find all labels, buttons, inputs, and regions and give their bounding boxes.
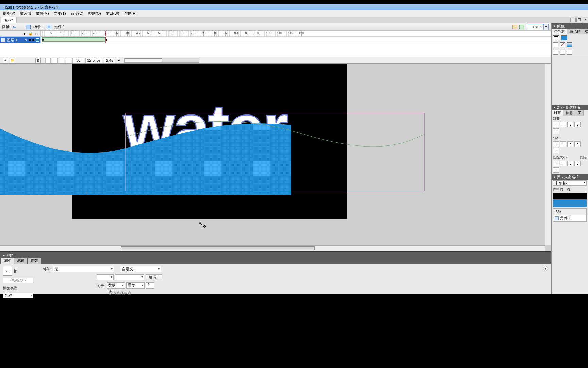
zoom-input[interactable]: 181% [526, 24, 544, 30]
color-tool-3[interactable] [567, 50, 572, 55]
doc-close-button[interactable]: × [583, 18, 588, 22]
symbol-crumb[interactable]: 元件 1 [54, 24, 65, 29]
insert-folder-button[interactable]: 📁 [10, 58, 15, 63]
label-type-select[interactable]: 名称 [3, 293, 33, 298]
menu-window[interactable]: 窗口(W) [106, 11, 119, 16]
layer-outline-swatch[interactable] [36, 38, 39, 42]
library-item[interactable]: 元件 1 [553, 215, 586, 221]
stage-hscrollbar[interactable] [0, 245, 545, 251]
matchsize-label: 匹配大小: [552, 154, 569, 160]
space-h[interactable]: ⫶ [574, 161, 581, 166]
doc-restore-button[interactable]: ❐ [576, 18, 582, 22]
tab-swatches[interactable]: 颜色样 [567, 29, 583, 34]
align-top-button[interactable]: ⫶ [574, 122, 581, 127]
tab-properties[interactable]: 属性 [1, 258, 14, 264]
color-tool-2[interactable] [560, 50, 565, 55]
outline-column-icon[interactable]: □ [34, 31, 39, 36]
back-arrow-icon[interactable]: ⇦ [12, 24, 16, 30]
layer-lock-dot[interactable] [32, 39, 34, 41]
scene-crumb[interactable]: 场景 1 [33, 24, 44, 29]
space-v[interactable]: ⫶ [553, 167, 559, 173]
tab-transform[interactable]: 变 [575, 110, 584, 116]
tab-info[interactable]: 信息 [564, 110, 575, 116]
eye-column-icon[interactable]: ● [22, 31, 27, 36]
insert-layer-button[interactable]: ＋ [3, 58, 8, 63]
color-tool-1[interactable] [553, 50, 558, 55]
stage-vscrollbar[interactable] [545, 64, 551, 245]
menu-modify[interactable]: 修改(M) [36, 11, 49, 16]
actions-panel-header[interactable]: ▶ 动作 [0, 251, 551, 258]
repeat-count-input[interactable]: 1 [146, 282, 154, 289]
layer-row[interactable]: 图层 1 ✎ [0, 37, 41, 43]
tab-params[interactable]: 参数 [28, 258, 41, 264]
align-hcenter-button[interactable]: ⫶ [560, 122, 566, 127]
dist-1[interactable]: ⫶ [553, 141, 559, 147]
stage-area[interactable]: water + ↖ ✥ [0, 64, 551, 251]
color-swap-icon[interactable] [567, 42, 572, 47]
align-right-button[interactable]: ⫶ [567, 122, 573, 127]
color-bw-icon[interactable] [553, 42, 558, 47]
tween-select[interactable]: 无 [53, 266, 114, 272]
timeline-scrollbar-thumb[interactable] [125, 58, 162, 62]
timeline-ruler[interactable]: 5101520253035404550556065707580859095100… [41, 31, 551, 36]
delete-layer-button[interactable]: 🗑 [35, 58, 41, 63]
current-frame-field[interactable]: 30 [72, 58, 84, 63]
edit-multi-button[interactable] [66, 58, 71, 63]
easing-custom-select[interactable]: 自定义... [120, 266, 161, 272]
timeline-scroll-left-icon[interactable]: ◂ [117, 58, 121, 62]
tab-mixer[interactable]: 混色器 [552, 29, 567, 34]
dist-2[interactable]: ⫶ [560, 141, 566, 147]
center-frame-button[interactable] [45, 58, 51, 63]
sound-effect-select[interactable] [97, 274, 114, 280]
edit-symbol-icon[interactable] [519, 25, 524, 29]
library-panel-header[interactable]: ▼库 - 未命名-2 [552, 174, 588, 180]
frame-label-input[interactable]: <帧标签> [3, 278, 33, 283]
tab-filters[interactable]: 滤镜 [14, 258, 27, 264]
menu-control[interactable]: 控制(O) [88, 11, 101, 16]
color-panel-header[interactable]: ▼颜色 [552, 23, 588, 29]
lock-column-icon[interactable]: 🔒 [28, 31, 33, 36]
match-h[interactable]: ⫶ [560, 161, 566, 166]
wave-shape[interactable] [0, 118, 291, 195]
library-list[interactable]: 名称 元件 1 [553, 208, 587, 222]
layer-visible-dot[interactable] [29, 39, 31, 41]
color-none-icon[interactable] [560, 42, 565, 47]
menu-text[interactable]: 文本(T) [54, 11, 66, 16]
dist-3[interactable]: ⫶ [567, 141, 573, 147]
timeline-toggle-label[interactable]: 间轴 [2, 24, 10, 29]
dist-4[interactable]: ⫶ [574, 141, 581, 147]
match-w[interactable]: ⫶ [553, 161, 559, 166]
edit-sound-button[interactable]: 编辑... [146, 274, 162, 280]
stage-hscroll-thumb[interactable] [121, 246, 315, 250]
doc-minimize-button[interactable]: − [570, 18, 576, 22]
zoom-dropdown-icon[interactable]: ▾ [544, 24, 549, 30]
repeat-select[interactable]: 重复 [126, 282, 145, 289]
onion-outline-button[interactable] [59, 58, 64, 63]
sound-select[interactable] [115, 274, 144, 280]
tab-align[interactable]: 对齐 [552, 110, 564, 116]
align-left-button[interactable]: ⫶ [553, 122, 559, 127]
dist-5[interactable]: ⫶ [553, 148, 559, 153]
align-vcenter-button[interactable]: ⫶ [553, 128, 559, 134]
menu-help[interactable]: 帮助(H) [124, 11, 137, 16]
fill-color-swatch[interactable] [561, 35, 567, 40]
align-panel-header[interactable]: ▼对齐 & 信息 & [552, 105, 588, 110]
document-tab[interactable]: 名-2* [1, 17, 17, 23]
help-icon[interactable]: ? [543, 266, 548, 271]
timeline-scrollbar[interactable] [124, 58, 199, 63]
edit-scene-icon[interactable] [512, 25, 517, 29]
library-doc-select[interactable]: 未命名-2 [553, 180, 587, 186]
document-tabs: 名-2* − ❐ × [0, 17, 588, 23]
menu-commands[interactable]: 命令(C) [71, 11, 83, 16]
menu-view[interactable]: 视图(V) [3, 11, 15, 16]
fps-field[interactable]: 12.0 fps [85, 58, 102, 63]
library-name-header[interactable]: 名称 [553, 209, 586, 215]
label-type-label: 标签类型: [3, 286, 37, 291]
onion-skin-button[interactable] [52, 58, 58, 63]
match-wh[interactable]: ⫶ [567, 161, 573, 166]
menu-insert[interactable]: 插入(I) [20, 11, 31, 16]
sync-select[interactable]: 数据流 [107, 282, 125, 289]
timeline-frames[interactable] [41, 37, 551, 43]
tab-type[interactable]: 类 [583, 29, 588, 34]
stroke-color-swatch[interactable] [553, 35, 559, 40]
